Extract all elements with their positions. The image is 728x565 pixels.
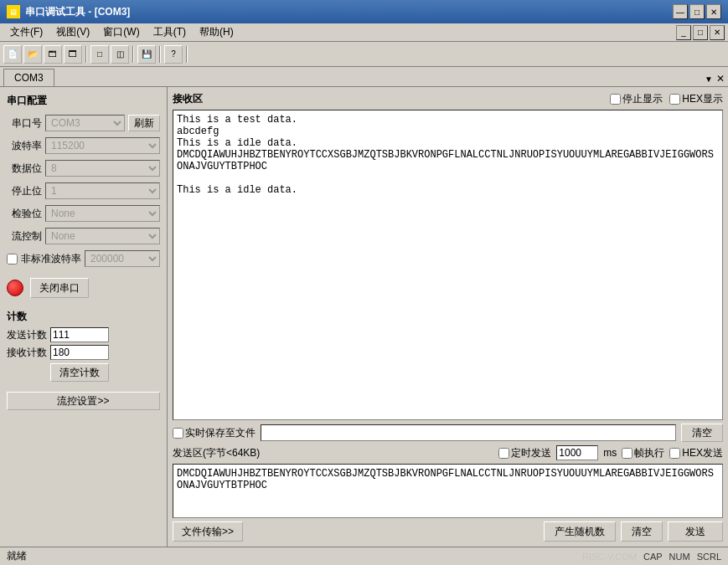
count-title: 计数	[7, 310, 160, 324]
receive-area: 接收区 停止显示 HEX显示 This is a test data. abcd…	[173, 92, 723, 420]
nonstandard-label: 非标准波特率	[21, 252, 81, 266]
timed-send-input[interactable]	[556, 445, 598, 460]
clear-send-button[interactable]: 清空	[621, 521, 663, 542]
status-text: 就绪	[7, 549, 27, 563]
toolbar-open[interactable]: 📂	[23, 45, 42, 64]
send-textarea[interactable]: DMCDQIAWUHJHBZTBENYROYTCCXSGBJMZQTSBJBKV…	[173, 464, 723, 518]
title-bar-left: 🖥 串口调试工具 - [COM3]	[7, 5, 130, 19]
refresh-button[interactable]: 刷新	[128, 115, 160, 131]
baud-label: 波特率	[7, 139, 42, 153]
baud-row: 波特率 115200	[7, 137, 160, 154]
send-options: 定时发送 ms 帧执行 HEX发送	[498, 445, 723, 460]
clear-receive-button[interactable]: 清空	[681, 424, 723, 442]
tab-close-icon[interactable]: ✕	[716, 73, 725, 85]
toolbar-btn5[interactable]: □	[90, 45, 109, 64]
parity-label: 检验位	[7, 207, 42, 221]
status-bar: 就绪 RISC-V.COM CAP NUM SCRL	[0, 547, 728, 565]
random-button[interactable]: 产生随机数	[544, 521, 616, 542]
recv-count-row: 接收计数	[7, 345, 160, 360]
toolbar-separator4	[186, 46, 188, 63]
serial-config-title: 串口配置	[7, 94, 160, 108]
file-transfer-button[interactable]: 文件传输>>	[173, 521, 243, 542]
toolbar-btn6[interactable]: ◫	[111, 45, 129, 64]
send-area-title: 发送区(字节<64KB)	[173, 446, 260, 460]
databits-select[interactable]: 8	[45, 160, 160, 177]
receive-textarea[interactable]: This is a test data. abcdefg This is a i…	[173, 110, 723, 420]
frame-label[interactable]: 帧执行	[622, 446, 664, 460]
menu-tools[interactable]: 工具(T)	[147, 23, 193, 41]
close-button[interactable]: ✕	[706, 4, 721, 19]
send-button[interactable]: 发送	[668, 521, 723, 542]
tab-com3[interactable]: COM3	[3, 69, 54, 86]
save-file-label[interactable]: 实时保存至文件	[173, 426, 256, 440]
maximize-button[interactable]: □	[689, 4, 705, 19]
stopbits-row: 停止位 1	[7, 182, 160, 199]
menu-window[interactable]: 窗口(W)	[96, 23, 146, 41]
baud-select[interactable]: 115200	[45, 137, 160, 154]
databits-row: 数据位 8	[7, 160, 160, 177]
title-bar: 🖥 串口调试工具 - [COM3] — □ ✕	[0, 0, 728, 23]
inner-restore-button[interactable]: □	[693, 25, 708, 40]
toolbar-separator3	[159, 46, 161, 63]
parity-select[interactable]: None	[45, 205, 160, 222]
toolbar-separator2	[132, 46, 134, 63]
port-select[interactable]: COM3	[45, 115, 125, 131]
nonstandard-select[interactable]: 200000	[85, 250, 160, 267]
save-row: 实时保存至文件 清空	[173, 424, 723, 442]
hex-send-checkbox[interactable]	[669, 448, 680, 459]
receive-title: 接收区	[173, 92, 203, 106]
nonstandard-checkbox[interactable]	[7, 254, 18, 265]
menu-help[interactable]: 帮助(H)	[193, 23, 240, 41]
toolbar-btn4[interactable]: 🗖	[64, 45, 82, 64]
count-section: 计数 发送计数 接收计数 清空计数	[7, 310, 160, 382]
open-port-button[interactable]: 关闭串口	[30, 278, 89, 298]
main-content: 串口配置 串口号 COM3 刷新 波特率 115200 数据位 8 停止位	[0, 87, 728, 547]
menu-bar-controls: _ □ ✕	[676, 25, 725, 40]
status-right: RISC-V.COM CAP NUM SCRL	[582, 552, 721, 562]
tab-bar-right: ▼ ✕	[705, 73, 725, 86]
menu-view[interactable]: 视图(V)	[49, 23, 96, 41]
flowcontrol-select[interactable]: None	[45, 228, 160, 244]
databits-label: 数据位	[7, 162, 42, 176]
send-count-row: 发送计数	[7, 327, 160, 342]
parity-row: 检验位 None	[7, 205, 160, 222]
flow-control-button[interactable]: 流控设置>>	[7, 392, 160, 410]
frame-checkbox[interactable]	[622, 448, 632, 459]
port-status-indicator	[7, 280, 23, 296]
timed-send-label[interactable]: 定时发送	[498, 446, 551, 460]
inner-close-button[interactable]: ✕	[710, 25, 725, 40]
toolbar-help[interactable]: ?	[164, 45, 183, 64]
send-count-label: 发送计数	[7, 328, 47, 342]
hex-display-label[interactable]: HEX显示	[669, 92, 723, 106]
hex-send-label[interactable]: HEX发送	[669, 446, 723, 460]
clear-count-button[interactable]: 清空计数	[50, 363, 109, 382]
recv-count-label: 接收计数	[7, 346, 47, 360]
cap-indicator: CAP	[643, 552, 663, 562]
stop-display-checkbox[interactable]	[610, 94, 621, 105]
inner-minimize-button[interactable]: _	[676, 25, 691, 40]
minimize-button[interactable]: —	[673, 4, 688, 19]
toolbar: 📄 📂 🗔 🗖 □ ◫ 💾 ?	[0, 42, 728, 67]
save-file-checkbox[interactable]	[173, 428, 183, 439]
ms-label: ms	[603, 447, 617, 459]
hex-display-checkbox[interactable]	[669, 94, 680, 105]
app-icon: 🖥	[7, 5, 20, 18]
tab-bar: COM3 ▼ ✕	[0, 67, 728, 87]
flowcontrol-row: 流控制 None	[7, 228, 160, 244]
toolbar-save[interactable]: 💾	[137, 45, 156, 64]
receive-options: 停止显示 HEX显示	[610, 92, 723, 106]
recv-count-input[interactable]	[50, 345, 109, 360]
window-controls: — □ ✕	[673, 4, 721, 19]
send-count-input[interactable]	[50, 327, 109, 342]
save-file-path[interactable]	[261, 424, 676, 441]
toolbar-new[interactable]: 📄	[3, 45, 22, 64]
tab-dropdown-icon[interactable]: ▼	[705, 74, 713, 84]
stop-display-label[interactable]: 停止显示	[610, 92, 663, 106]
port-control-row: 关闭串口	[7, 278, 160, 298]
menu-items: 文件(F) 视图(V) 窗口(W) 工具(T) 帮助(H)	[3, 23, 240, 41]
timed-send-checkbox[interactable]	[498, 448, 509, 459]
toolbar-btn3[interactable]: 🗔	[44, 45, 62, 64]
menu-file[interactable]: 文件(F)	[3, 23, 49, 41]
stopbits-select[interactable]: 1	[45, 182, 160, 199]
num-indicator: NUM	[669, 552, 690, 562]
